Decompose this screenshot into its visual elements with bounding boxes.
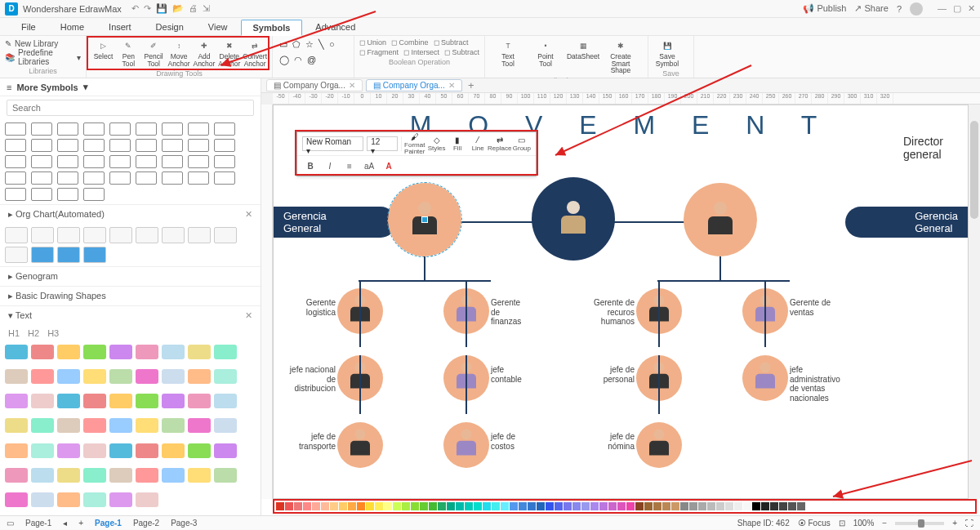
shape-spiral-icon[interactable]: @ — [307, 55, 316, 65]
shape-thumb[interactable] — [83, 155, 105, 168]
tool-delete-anchor[interactable]: ✖Delete Anchor — [217, 38, 241, 69]
color-swatch[interactable] — [366, 502, 374, 510]
shape-thumb[interactable] — [214, 139, 235, 152]
search-input[interactable] — [7, 100, 254, 116]
color-swatch[interactable] — [276, 502, 284, 510]
share-button[interactable]: ↗ Share — [854, 3, 888, 14]
org-thumb[interactable] — [214, 227, 237, 243]
tool-move-anchor[interactable]: ↕Move Anchor — [167, 38, 191, 69]
save-symbol-button[interactable]: 💾Save Symbol — [653, 38, 681, 69]
shape-thumb[interactable] — [31, 171, 52, 185]
text-thumb[interactable] — [136, 394, 158, 408]
color-swatch[interactable] — [725, 502, 733, 510]
minimize-icon[interactable]: — — [938, 3, 947, 14]
text-thumb[interactable] — [57, 369, 80, 384]
fullscreen-button[interactable]: ⛶ — [965, 519, 973, 528]
edit-point-tool[interactable]: •Point Tool — [528, 38, 564, 76]
shape-thumb[interactable] — [83, 171, 105, 185]
color-swatch[interactable] — [680, 502, 688, 510]
color-swatch[interactable] — [752, 502, 760, 510]
text-thumb[interactable] — [188, 369, 211, 384]
text-thumb[interactable] — [136, 345, 158, 359]
color-swatch[interactable] — [438, 502, 446, 510]
color-swatch[interactable] — [303, 502, 311, 510]
color-swatch[interactable] — [779, 502, 787, 510]
text-thumb[interactable] — [31, 443, 54, 458]
focus-button[interactable]: ⦿ Focus — [798, 519, 831, 528]
text-thumb[interactable] — [31, 492, 54, 507]
color-swatch[interactable] — [743, 502, 751, 510]
menu-design[interactable]: Design — [145, 20, 195, 34]
text-thumb[interactable] — [5, 369, 28, 384]
page-tab[interactable]: Page-3 — [171, 519, 197, 528]
menu-view[interactable]: View — [197, 20, 239, 34]
text-thumb[interactable] — [214, 394, 237, 408]
shape-thumb[interactable] — [109, 171, 131, 185]
color-swatch[interactable] — [375, 502, 383, 510]
color-swatch[interactable] — [465, 502, 473, 510]
color-swatch[interactable] — [312, 502, 320, 510]
new-library-button[interactable]: ✎ New Library — [5, 39, 81, 48]
color-swatch[interactable] — [734, 502, 742, 510]
print-icon[interactable]: 🖨 — [189, 3, 198, 14]
org-thumb[interactable] — [5, 247, 28, 263]
text-thumb[interactable] — [31, 394, 54, 408]
section-text[interactable]: ▾ Text✕ — [0, 305, 261, 325]
org-thumb[interactable] — [188, 227, 211, 243]
text-thumb[interactable] — [109, 418, 132, 433]
org-thumb[interactable] — [109, 227, 132, 243]
color-swatch[interactable] — [357, 502, 365, 510]
text-thumb[interactable] — [109, 345, 132, 359]
shape-thumb[interactable] — [109, 122, 131, 136]
color-swatch[interactable] — [402, 502, 410, 510]
text-thumb[interactable] — [5, 492, 28, 507]
bold-button[interactable]: B — [302, 158, 318, 173]
org-thumb[interactable] — [31, 247, 54, 263]
shape-thumb[interactable] — [31, 155, 52, 168]
text-thumb[interactable] — [5, 468, 28, 483]
text-thumb[interactable] — [188, 418, 211, 433]
add-page-button[interactable]: + — [78, 519, 83, 528]
text-thumb[interactable] — [31, 369, 54, 384]
color-swatch[interactable] — [447, 502, 455, 510]
text-thumb[interactable] — [136, 369, 158, 384]
italic-button[interactable]: I — [322, 158, 338, 173]
text-thumb[interactable] — [109, 369, 132, 384]
text-thumb[interactable] — [136, 492, 158, 507]
shape-circle-icon[interactable]: ○ — [329, 39, 335, 50]
edit-create-smart-shape[interactable]: ✱Create Smart Shape — [603, 38, 639, 76]
bool-subtract[interactable]: ◻ Subtract — [434, 38, 469, 47]
color-swatch[interactable] — [617, 502, 626, 510]
shape-thumb[interactable] — [83, 139, 105, 152]
shape-arc-icon[interactable]: ◠ — [294, 55, 302, 65]
color-swatch[interactable] — [501, 502, 509, 510]
fill-button[interactable]: ▮Fill — [449, 135, 466, 153]
text-thumb[interactable] — [214, 345, 237, 359]
text-thumb[interactable] — [57, 468, 80, 483]
shape-thumb[interactable] — [188, 122, 209, 136]
tool-select[interactable]: ▷Select — [91, 38, 115, 69]
format-painter-button[interactable]: 🖌Format Painter — [405, 135, 425, 153]
color-swatch[interactable] — [384, 502, 392, 510]
color-swatch[interactable] — [788, 502, 796, 510]
shape-thumb[interactable] — [188, 171, 209, 185]
color-swatch[interactable] — [599, 502, 608, 510]
org-node[interactable] — [636, 422, 682, 468]
page-tab[interactable]: Page-1 — [95, 519, 122, 528]
color-swatch[interactable] — [806, 502, 814, 510]
text-thumb[interactable] — [83, 369, 106, 384]
help-icon[interactable]: ? — [897, 4, 902, 14]
doc-tab-1[interactable]: ▤ Company Orga... ✕ — [366, 79, 462, 91]
text-thumb[interactable] — [83, 443, 106, 458]
shape-thumb[interactable] — [31, 188, 52, 201]
shape-thumb[interactable] — [214, 122, 235, 136]
node-director-general[interactable] — [532, 177, 615, 261]
org-thumb[interactable] — [31, 227, 54, 243]
maximize-icon[interactable]: ▢ — [953, 3, 961, 14]
shape-thumb[interactable] — [5, 122, 26, 136]
color-swatch[interactable] — [330, 502, 338, 510]
text-thumb[interactable] — [57, 394, 80, 408]
line-button[interactable]: ∕Line — [470, 135, 487, 153]
text-thumb[interactable] — [162, 369, 185, 384]
close-icon[interactable]: ✕ — [968, 3, 975, 14]
